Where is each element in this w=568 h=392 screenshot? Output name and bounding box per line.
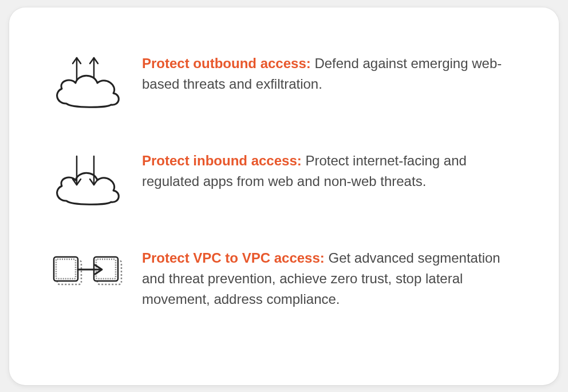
cloud-outbound-icon [49,53,124,110]
svg-rect-5 [54,257,78,281]
item-vpc: Protect VPC to VPC access: Get advanced … [49,248,519,310]
item-title: Protect outbound access: [142,56,311,71]
info-card: Protect outbound access: Defend against … [9,7,559,385]
item-title: Protect VPC to VPC access: [142,250,325,266]
cloud-inbound-icon [49,151,124,208]
item-inbound: Protect inbound access: Protect internet… [49,151,519,208]
item-outbound: Protect outbound access: Defend against … [49,53,519,110]
item-text: Protect VPC to VPC access: Get advanced … [142,248,508,310]
vpc-to-vpc-icon [49,248,124,294]
item-title: Protect inbound access: [142,153,302,168]
item-text: Protect outbound access: Defend against … [142,53,519,94]
item-text: Protect inbound access: Protect internet… [142,151,519,192]
